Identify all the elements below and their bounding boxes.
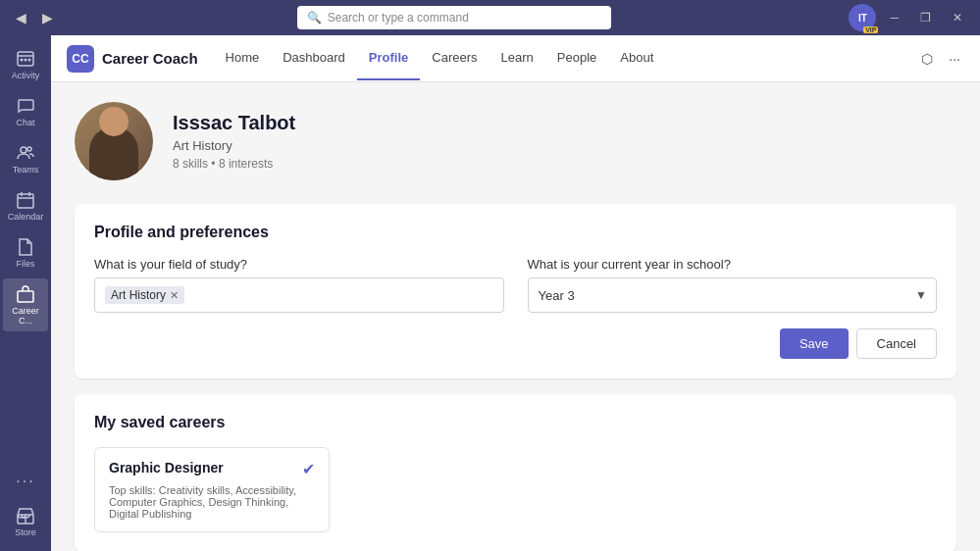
svg-rect-6: [18, 194, 33, 208]
nav-about[interactable]: About: [608, 36, 665, 80]
nav-home[interactable]: Home: [214, 36, 272, 80]
sidebar-item-files[interactable]: Files: [3, 231, 48, 275]
saved-careers-title: My saved careers: [94, 414, 937, 431]
more-options-button[interactable]: ···: [945, 47, 964, 71]
search-bar[interactable]: 🔍 Search or type a command: [297, 6, 611, 29]
sidebar: Activity Chat Teams Calendar Files Caree…: [0, 35, 51, 551]
minimize-button[interactable]: ─: [882, 9, 906, 26]
logo-initials: CC: [72, 52, 88, 66]
nav-buttons: ◀ ▶: [10, 8, 59, 27]
sidebar-item-teams-label: Teams: [13, 165, 39, 175]
career-skills: Top skills: Creativity skills, Accessibi…: [109, 484, 315, 520]
search-placeholder: Search or type a command: [328, 11, 469, 25]
search-icon: 🔍: [307, 11, 322, 25]
title-bar: ◀ ▶ 🔍 Search or type a command IT VIP ─ …: [0, 0, 980, 35]
app-nav: Home Dashboard Profile Careers Learn Peo…: [214, 36, 666, 80]
external-link-button[interactable]: ⬡: [917, 47, 937, 71]
year-select[interactable]: Year 1 Year 2 Year 3 Year 4 Year 5: [528, 277, 938, 313]
main-area: CC Career Coach Home Dashboard Profile C…: [51, 35, 980, 551]
user-avatar[interactable]: IT VIP: [849, 4, 876, 31]
calendar-icon: [16, 190, 35, 210]
content-area: Isssac Talbot Art History 8 skills • 8 i…: [51, 82, 980, 551]
year-label: What is your current year in school?: [528, 257, 938, 272]
saved-careers-card: My saved careers Graphic Designer ✔ Top …: [75, 394, 956, 551]
profile-info: Isssac Talbot Art History 8 skills • 8 i…: [173, 112, 295, 171]
activity-icon: [16, 49, 35, 69]
restore-button[interactable]: ❐: [912, 9, 939, 26]
svg-point-2: [25, 59, 27, 62]
store-icon: [16, 506, 35, 526]
nav-learn[interactable]: Learn: [490, 36, 545, 80]
remove-tag-button[interactable]: ✕: [170, 289, 179, 302]
vip-badge: VIP: [863, 26, 878, 33]
app-topbar: CC Career Coach Home Dashboard Profile C…: [51, 35, 980, 82]
nav-dashboard[interactable]: Dashboard: [271, 36, 357, 80]
nav-profile[interactable]: Profile: [357, 36, 420, 80]
sidebar-item-files-label: Files: [16, 259, 34, 269]
topbar-actions: ⬡ ···: [917, 47, 964, 71]
sidebar-item-activity-label: Activity: [12, 71, 40, 80]
sidebar-item-career[interactable]: Career C...: [3, 278, 48, 331]
sidebar-item-activity[interactable]: Activity: [3, 43, 48, 86]
sidebar-item-teams[interactable]: Teams: [3, 137, 48, 180]
nav-back-button[interactable]: ◀: [10, 8, 32, 27]
sidebar-item-chat-label: Chat: [16, 118, 34, 127]
tag-text: Art History: [111, 288, 166, 302]
sidebar-item-career-label: Career C...: [7, 306, 44, 326]
preferences-title: Profile and preferences: [94, 224, 937, 241]
sidebar-item-store-label: Store: [15, 527, 36, 537]
user-initials: IT: [858, 13, 867, 24]
close-button[interactable]: ✕: [945, 9, 970, 26]
svg-point-4: [21, 147, 26, 153]
more-dots-icon: ···: [16, 473, 34, 490]
sidebar-item-calendar[interactable]: Calendar: [3, 184, 48, 227]
profile-stats: 8 skills • 8 interests: [173, 157, 295, 171]
sidebar-item-store[interactable]: Store: [3, 500, 48, 543]
career-item[interactable]: Graphic Designer ✔ Top skills: Creativit…: [94, 447, 330, 532]
svg-rect-7: [18, 291, 33, 302]
profile-header: Isssac Talbot Art History 8 skills • 8 i…: [75, 102, 956, 180]
year-group: What is your current year in school? Yea…: [528, 257, 938, 313]
person-head: [99, 107, 129, 136]
sidebar-item-calendar-label: Calendar: [8, 212, 44, 222]
svg-point-3: [28, 59, 31, 62]
sidebar-item-more[interactable]: ···: [3, 467, 48, 496]
person-body: [89, 126, 138, 180]
save-button[interactable]: Save: [780, 328, 849, 359]
teams-icon: [16, 143, 35, 163]
career-name: Graphic Designer: [109, 460, 224, 476]
nav-careers[interactable]: Careers: [420, 36, 489, 80]
profile-name: Isssac Talbot: [173, 112, 295, 134]
preferences-card: Profile and preferences What is your fie…: [75, 204, 956, 378]
field-of-study-tag: Art History ✕: [105, 286, 184, 304]
title-bar-left: ◀ ▶: [10, 8, 59, 27]
preferences-form-row: What is your field of study? Art History…: [94, 257, 937, 313]
career-icon: [16, 284, 35, 304]
profile-major: Art History: [173, 138, 295, 153]
form-actions: Save Cancel: [94, 328, 937, 359]
files-icon: [16, 237, 35, 257]
year-select-wrapper: Year 1 Year 2 Year 3 Year 4 Year 5 ▼: [528, 277, 938, 313]
svg-point-5: [27, 147, 31, 151]
profile-avatar: [75, 102, 153, 180]
sidebar-item-chat[interactable]: Chat: [3, 90, 48, 133]
career-coach-logo-icon: CC: [67, 45, 94, 73]
nav-people[interactable]: People: [545, 36, 608, 80]
cancel-button[interactable]: Cancel: [856, 328, 937, 359]
career-check-icon: ✔: [302, 460, 315, 478]
title-bar-right: IT VIP ─ ❐ ✕: [849, 4, 970, 31]
svg-point-1: [21, 59, 24, 62]
chat-icon: [16, 96, 35, 116]
nav-forward-button[interactable]: ▶: [36, 8, 59, 27]
app-title: Career Coach: [102, 50, 198, 67]
career-item-header: Graphic Designer ✔: [109, 460, 315, 478]
field-of-study-group: What is your field of study? Art History…: [94, 257, 504, 313]
field-of-study-label: What is your field of study?: [94, 257, 504, 272]
field-of-study-input[interactable]: Art History ✕: [94, 277, 504, 313]
app-logo: CC Career Coach: [67, 45, 198, 73]
